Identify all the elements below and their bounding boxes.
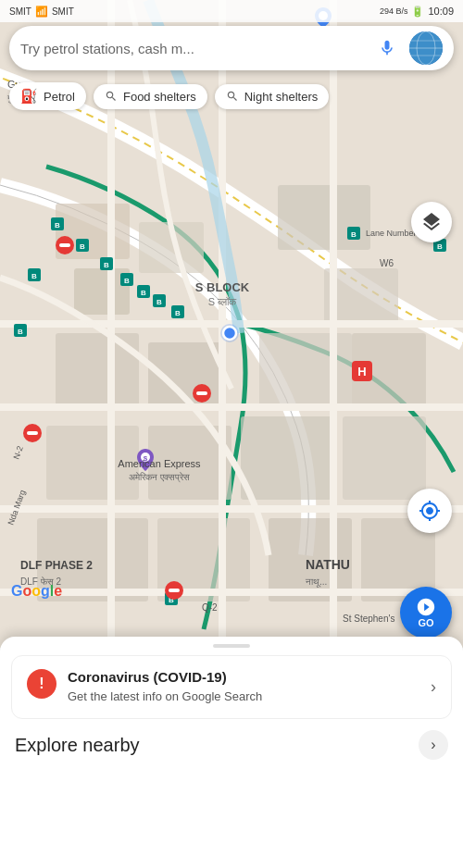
svg-text:B: B bbox=[351, 230, 357, 239]
search-icon-night bbox=[226, 90, 239, 103]
svg-text:NATHU: NATHU bbox=[306, 557, 350, 572]
svg-text:B: B bbox=[104, 261, 109, 269]
google-logo: Google bbox=[11, 583, 62, 600]
svg-text:S ब्लॉक: S ब्लॉक bbox=[208, 296, 237, 307]
bottom-panel: ! Coronavirus (COVID-19) Get the latest … bbox=[0, 637, 463, 868]
covid-arrow-icon: › bbox=[431, 677, 436, 697]
night-shelters-label: Night shelters bbox=[244, 90, 318, 104]
filter-chips-container: ⛽ Petrol Food shelters Night shelters bbox=[0, 76, 463, 117]
search-placeholder: Try petrol stations, cash m... bbox=[20, 41, 365, 56]
svg-text:B: B bbox=[55, 221, 60, 229]
speed-label: 294 B/s bbox=[380, 6, 408, 16]
signal-icon: 📶 bbox=[35, 6, 48, 18]
svg-text:B: B bbox=[141, 289, 146, 297]
svg-rect-13 bbox=[343, 416, 426, 500]
explore-title: Explore nearby bbox=[15, 735, 140, 756]
chip-petrol[interactable]: ⛽ Petrol bbox=[9, 82, 86, 110]
svg-text:H: H bbox=[357, 365, 366, 378]
svg-text:B: B bbox=[437, 242, 443, 251]
network-type: SMIT bbox=[52, 6, 74, 17]
svg-text:S BLOCK: S BLOCK bbox=[195, 280, 250, 294]
search-icon-food bbox=[105, 90, 118, 103]
svg-text:अमेरिकन एक्सप्रेस: अमेरिकन एक्सप्रेस bbox=[129, 472, 190, 483]
battery-icon: 🔋 bbox=[411, 6, 424, 18]
svg-text:Q-2: Q-2 bbox=[202, 602, 218, 613]
svg-text:B: B bbox=[156, 298, 162, 306]
mic-button[interactable] bbox=[372, 33, 402, 63]
status-bar: SMIT 📶 SMIT 294 B/s 🔋 10:09 bbox=[0, 0, 463, 22]
covid-title: Coronavirus (COVID-19) bbox=[68, 669, 419, 685]
carrier-label: SMIT bbox=[9, 6, 31, 17]
svg-text:American Express: American Express bbox=[118, 458, 201, 469]
petrol-label: Petrol bbox=[44, 90, 75, 104]
covid-icon: ! bbox=[27, 669, 56, 699]
svg-text:St Stephen's: St Stephen's bbox=[343, 614, 394, 624]
svg-text:नाथू...: नाथू... bbox=[305, 577, 327, 588]
explore-chevron-icon: › bbox=[431, 737, 435, 753]
svg-text:B: B bbox=[175, 309, 181, 317]
svg-text:B: B bbox=[31, 272, 37, 280]
covid-card[interactable]: ! Coronavirus (COVID-19) Get the latest … bbox=[11, 655, 452, 719]
status-right: 294 B/s 🔋 10:09 bbox=[380, 6, 454, 18]
svg-rect-50 bbox=[59, 243, 70, 247]
drag-handle[interactable] bbox=[213, 644, 250, 648]
chip-night-shelters[interactable]: Night shelters bbox=[215, 84, 329, 109]
svg-text:B: B bbox=[124, 277, 130, 285]
map-layers-button[interactable] bbox=[411, 202, 452, 242]
chip-food-shelters[interactable]: Food shelters bbox=[94, 84, 207, 109]
explore-section: Explore nearby › bbox=[15, 730, 448, 760]
svg-point-79 bbox=[223, 327, 236, 340]
locate-button[interactable] bbox=[407, 489, 452, 533]
user-avatar[interactable] bbox=[409, 31, 443, 65]
search-bar[interactable]: Try petrol stations, cash m... bbox=[9, 26, 454, 70]
petrol-icon: ⛽ bbox=[20, 88, 38, 105]
covid-description: Get the latest info on Google Search bbox=[68, 688, 419, 705]
svg-rect-8 bbox=[259, 333, 352, 407]
go-label: GO bbox=[418, 617, 433, 628]
covid-text: Coronavirus (COVID-19) Get the latest in… bbox=[68, 669, 419, 705]
status-left: SMIT 📶 SMIT bbox=[9, 6, 74, 18]
svg-rect-54 bbox=[27, 431, 38, 435]
svg-text:W6: W6 bbox=[380, 258, 394, 268]
svg-text:DLF PHASE 2: DLF PHASE 2 bbox=[20, 559, 93, 572]
svg-text:B: B bbox=[80, 242, 85, 251]
svg-rect-4 bbox=[278, 185, 370, 250]
go-button[interactable]: GO bbox=[400, 587, 452, 639]
svg-text:B: B bbox=[18, 328, 23, 336]
explore-arrow-button[interactable]: › bbox=[419, 730, 448, 760]
svg-rect-56 bbox=[169, 589, 180, 592]
svg-rect-12 bbox=[241, 416, 333, 500]
svg-rect-52 bbox=[196, 391, 207, 395]
food-shelters-label: Food shelters bbox=[123, 90, 196, 104]
time-label: 10:09 bbox=[428, 6, 454, 17]
